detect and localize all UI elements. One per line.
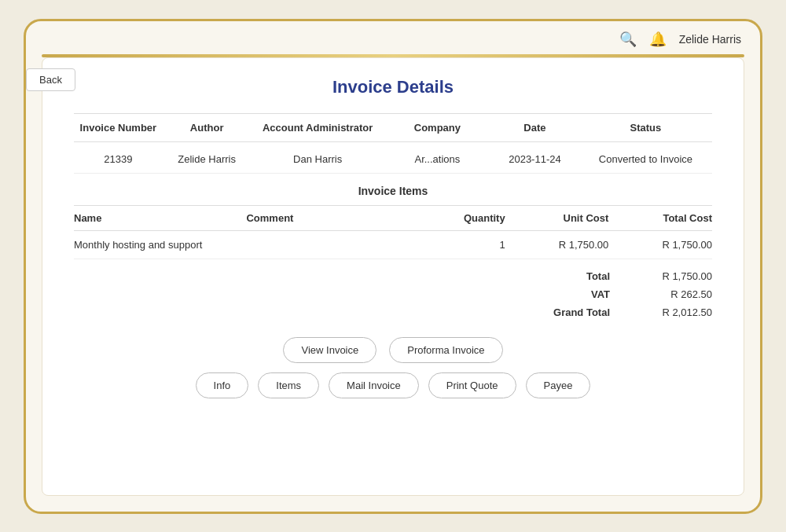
- invoice-items-title: Invoice Items: [74, 185, 712, 197]
- item-name: Monthly hosting and support: [74, 239, 246, 251]
- print-quote-button[interactable]: Print Quote: [428, 372, 516, 398]
- user-name-label: Zelide Harris: [679, 33, 741, 46]
- invoice-number-value: 21339: [74, 153, 163, 165]
- items-table: Name Comment Quantity Unit Cost Total Co…: [74, 205, 712, 259]
- table-row: Monthly hosting and support 1 R 1,750.00…: [74, 231, 712, 259]
- grand-total-row: Grand Total R 2,012.50: [74, 303, 712, 321]
- vat-label: VAT: [531, 288, 610, 300]
- invoice-header: Invoice Number Author Account Administra…: [74, 113, 712, 142]
- total-row: Total R 1,750.00: [74, 267, 712, 285]
- col-author: Author: [163, 122, 252, 134]
- back-button[interactable]: Back: [26, 68, 75, 91]
- header-separator: [42, 54, 744, 57]
- col-company: Company: [384, 122, 490, 134]
- total-value: R 1,750.00: [641, 270, 712, 282]
- info-button[interactable]: Info: [196, 372, 249, 398]
- th-name: Name: [74, 212, 246, 224]
- total-label: Total: [531, 270, 610, 282]
- account-admin-value: Dan Harris: [252, 153, 384, 165]
- items-table-header: Name Comment Quantity Unit Cost Total Co…: [74, 206, 712, 231]
- grand-total-label: Grand Total: [531, 306, 610, 318]
- page-title: Invoice Details: [74, 77, 712, 97]
- view-invoice-button[interactable]: View Invoice: [283, 337, 376, 363]
- col-date: Date: [490, 122, 579, 134]
- col-account-admin: Account Administrator: [252, 122, 384, 134]
- date-value: 2023-11-24: [490, 153, 579, 165]
- col-invoice-number: Invoice Number: [74, 122, 163, 134]
- vat-value: R 262.50: [641, 288, 712, 300]
- bell-icon[interactable]: 🔔: [649, 31, 667, 48]
- action-buttons-bottom: Info Items Mail Invoice Print Quote Paye…: [74, 372, 712, 398]
- payee-button[interactable]: Payee: [526, 372, 591, 398]
- main-content: Invoice Details Invoice Number Author Ac…: [42, 57, 744, 496]
- proforma-invoice-button[interactable]: Proforma Invoice: [389, 337, 502, 363]
- item-quantity: 1: [419, 239, 505, 251]
- item-comment: [246, 239, 418, 251]
- top-bar: 🔍 🔔 Zelide Harris: [26, 21, 760, 54]
- main-card: 🔍 🔔 Zelide Harris Back Invoice Details I…: [24, 19, 762, 514]
- status-value: Converted to Invoice: [579, 153, 712, 165]
- th-total-cost: Total Cost: [608, 212, 712, 224]
- th-unit-cost: Unit Cost: [505, 212, 609, 224]
- items-button[interactable]: Items: [258, 372, 319, 398]
- th-comment: Comment: [246, 212, 418, 224]
- th-quantity: Quantity: [419, 212, 505, 224]
- author-value: Zelide Harris: [163, 153, 252, 165]
- vat-row: VAT R 262.50: [74, 285, 712, 303]
- item-total-cost: R 1,750.00: [608, 239, 712, 251]
- search-icon[interactable]: 🔍: [619, 31, 637, 48]
- grand-total-value: R 2,012.50: [641, 306, 712, 318]
- invoice-data-row: 21339 Zelide Harris Dan Harris Ar...atio…: [74, 145, 712, 174]
- col-status: Status: [579, 122, 712, 134]
- mail-invoice-button[interactable]: Mail Invoice: [329, 372, 419, 398]
- company-value: Ar...ations: [384, 153, 490, 165]
- action-buttons-top: View Invoice Proforma Invoice: [74, 337, 712, 363]
- item-unit-cost: R 1,750.00: [505, 239, 609, 251]
- totals-section: Total R 1,750.00 VAT R 262.50 Grand Tota…: [74, 267, 712, 321]
